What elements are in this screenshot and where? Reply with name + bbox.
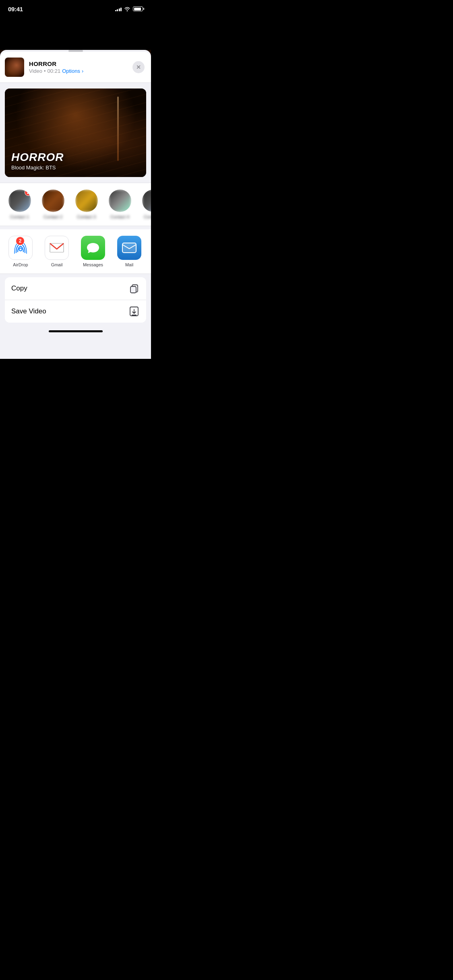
contact-name: Contact 4 xyxy=(110,214,129,219)
copy-label: Copy xyxy=(11,284,27,292)
chevron-right-icon: › xyxy=(82,68,83,74)
contact-item[interactable]: Contact 3 xyxy=(73,189,99,219)
page-background: HORROR Video • 00:21 Options › ✕ xyxy=(0,50,151,359)
home-indicator xyxy=(0,326,151,340)
share-header: HORROR Video • 00:21 Options › ✕ xyxy=(0,52,151,83)
svg-rect-2 xyxy=(122,243,136,253)
app-row: 2 AirDrop xyxy=(6,236,151,267)
share-dot: • xyxy=(44,68,46,74)
copy-icon xyxy=(128,283,140,294)
save-icon xyxy=(128,306,140,317)
contact-avatar xyxy=(75,189,98,212)
app-label-messages: Messages xyxy=(83,262,103,267)
share-title: HORROR xyxy=(29,60,132,67)
close-button[interactable]: ✕ xyxy=(132,61,145,73)
contact-item[interactable]: Contact 4 xyxy=(107,189,133,219)
share-duration: 00:21 xyxy=(48,68,61,74)
home-bar xyxy=(49,330,103,332)
contact-avatar: 2 xyxy=(8,189,31,212)
app-label-gmail: Gmail xyxy=(51,262,63,267)
messages-icon xyxy=(81,236,105,260)
svg-point-0 xyxy=(19,248,22,251)
app-label-mail: Mail xyxy=(125,262,133,267)
status-time: 09:41 xyxy=(8,6,23,12)
app-item-airdrop[interactable]: 2 AirDrop xyxy=(6,236,35,267)
wifi-icon xyxy=(124,6,130,11)
contact-name: Contact 2 xyxy=(43,214,62,219)
video-preview-card: HORROR Blood Magick: BTS xyxy=(5,89,146,177)
share-type: Video xyxy=(29,68,42,74)
contact-avatar xyxy=(42,189,64,212)
contact-badge: 2 xyxy=(25,189,31,196)
action-list: Copy Save Video xyxy=(5,277,146,323)
close-icon: ✕ xyxy=(136,64,141,70)
gmail-icon xyxy=(45,236,69,260)
save-video-label: Save Video xyxy=(11,307,46,315)
contacts-row: 2 Contact 1 Contact 2 Contact 3 xyxy=(6,189,151,219)
contact-name: Contact 5 xyxy=(144,214,151,219)
contact-avatar xyxy=(142,189,151,212)
contact-avatar xyxy=(109,189,131,212)
video-subtitle-overlay: Blood Magick: BTS xyxy=(11,165,140,171)
video-preview-content: HORROR Blood Magick: BTS xyxy=(5,89,146,177)
airdrop-badge: 2 xyxy=(16,237,25,245)
share-info: HORROR Video • 00:21 Options › xyxy=(29,60,132,74)
airdrop-icon: 2 xyxy=(8,236,33,260)
signal-icon xyxy=(115,6,122,11)
status-icons xyxy=(115,6,143,11)
app-row-wrapper[interactable]: 2 AirDrop xyxy=(0,229,151,274)
video-title-overlay: HORROR xyxy=(11,151,140,164)
contact-name: Contact 3 xyxy=(77,214,96,219)
contacts-row-wrapper[interactable]: 2 Contact 1 Contact 2 Contact 3 xyxy=(0,183,151,226)
share-options-button[interactable]: Options xyxy=(62,68,80,74)
copy-action[interactable]: Copy xyxy=(5,277,146,300)
share-thumbnail xyxy=(5,58,24,77)
status-bar: 09:41 xyxy=(0,0,151,18)
contact-item[interactable]: Contact 5 xyxy=(140,189,151,219)
share-meta: Video • 00:21 Options › xyxy=(29,68,132,74)
battery-icon xyxy=(133,6,143,11)
app-item-mail[interactable]: Mail xyxy=(115,236,143,267)
save-video-action[interactable]: Save Video xyxy=(5,300,146,323)
mail-icon xyxy=(117,236,141,260)
svg-rect-8 xyxy=(130,286,136,293)
share-sheet: HORROR Video • 00:21 Options › ✕ xyxy=(0,50,151,356)
app-item-messages[interactable]: Messages xyxy=(79,236,107,267)
contact-item[interactable]: Contact 2 xyxy=(40,189,66,219)
app-label-airdrop: AirDrop xyxy=(13,262,28,267)
contact-name: Contact 1 xyxy=(10,214,29,219)
app-item-gmail[interactable]: Gmail xyxy=(43,236,71,267)
contact-item[interactable]: 2 Contact 1 xyxy=(6,189,33,219)
